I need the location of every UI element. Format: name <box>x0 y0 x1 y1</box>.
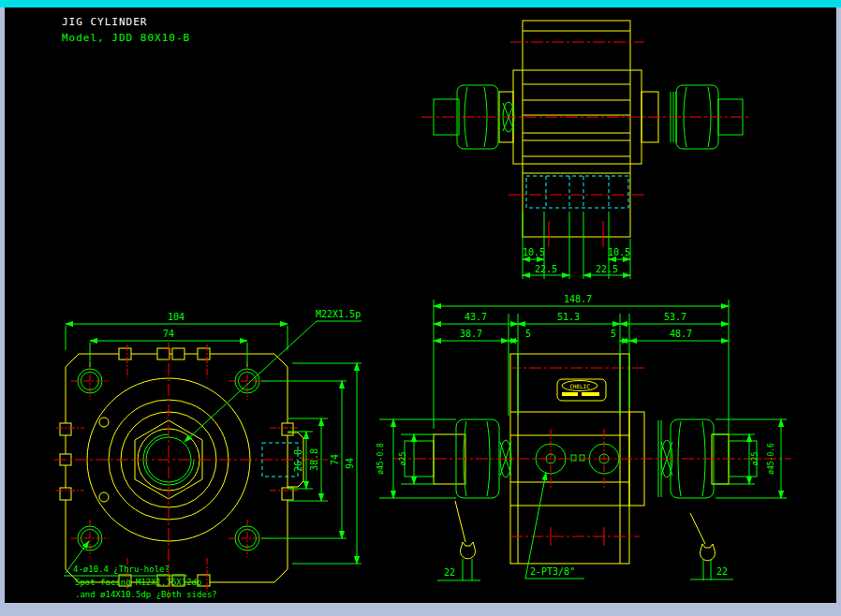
dim-5-right: 5 <box>611 329 616 339</box>
window-border-left <box>0 7 5 603</box>
window-border-top <box>0 0 841 7</box>
dim-22-5-left: 22.5 <box>535 264 557 274</box>
dim-10-5-left: 10.5 <box>523 247 545 257</box>
dim-38-8: 38.8 <box>309 448 319 471</box>
nameplate-brand: CHELIC <box>569 383 590 389</box>
side-view: CHELIC 148.7 43.7 51.3 53.7 38.7 5 <box>376 294 791 580</box>
drawing-title: JIG CYLINDER <box>62 16 147 28</box>
top-view: 10.5 10.5 22.5 22.5 <box>421 21 749 279</box>
dim-5-left: 5 <box>525 329 531 339</box>
dim-10-5-right: 10.5 <box>608 247 630 257</box>
dim-48-7: 48.7 <box>670 329 692 339</box>
front-view: 104 74 M22X1.5p 26.8 38.8 74 94 4-ø10.4 … <box>54 309 361 599</box>
window-border-bottom <box>0 603 841 616</box>
cad-canvas[interactable]: JIG CYLINDER Model, JDD 80X10-B <box>0 0 841 616</box>
dim-148-7: 148.7 <box>564 294 592 304</box>
dim-dia45-left: ø45-0.8 <box>376 443 385 475</box>
dim-43-7: 43.7 <box>465 312 487 322</box>
dim-74-side: 74 <box>330 454 340 465</box>
dim-dia25-left: ø25 <box>399 452 407 466</box>
dim-38-7: 38.7 <box>460 329 482 339</box>
dim-22-5-right: 22.5 <box>596 264 618 274</box>
thread-callout: M22X1.5p <box>316 309 361 319</box>
dim-26-8: 26.8 <box>293 449 303 472</box>
dim-51-3: 51.3 <box>557 312 580 322</box>
drawing-model: Model, JDD 80X10-B <box>62 32 190 44</box>
nameplate: CHELIC <box>557 379 606 401</box>
port-callout: 2-PT3/8" <box>530 566 575 577</box>
hidden-feature <box>526 176 628 208</box>
wrench-icon <box>455 501 476 559</box>
dim-74-top: 74 <box>163 329 174 339</box>
dim-104: 104 <box>168 312 184 322</box>
cad-window: { "window": { "title_line1": "JIG CYLIND… <box>0 0 841 616</box>
window-border-right <box>836 7 841 603</box>
note-line-2: Spot facing M12X1.75X12dp <box>75 578 201 587</box>
note-line-3: .and ø14X10.5dp ¿Both sides? <box>75 590 217 599</box>
wrench-icon <box>690 513 716 561</box>
dim-94: 94 <box>345 458 355 469</box>
dim-dia25-right: ø25 <box>751 452 760 466</box>
dim-53-7: 53.7 <box>664 312 686 322</box>
note-line-1: 4-ø10.4 ¿Thru-hole? <box>73 565 170 574</box>
dim-dia45-right: ø45-0.6 <box>767 443 775 475</box>
dim-22-left: 22 <box>444 567 455 578</box>
dim-22-right: 22 <box>716 566 728 577</box>
